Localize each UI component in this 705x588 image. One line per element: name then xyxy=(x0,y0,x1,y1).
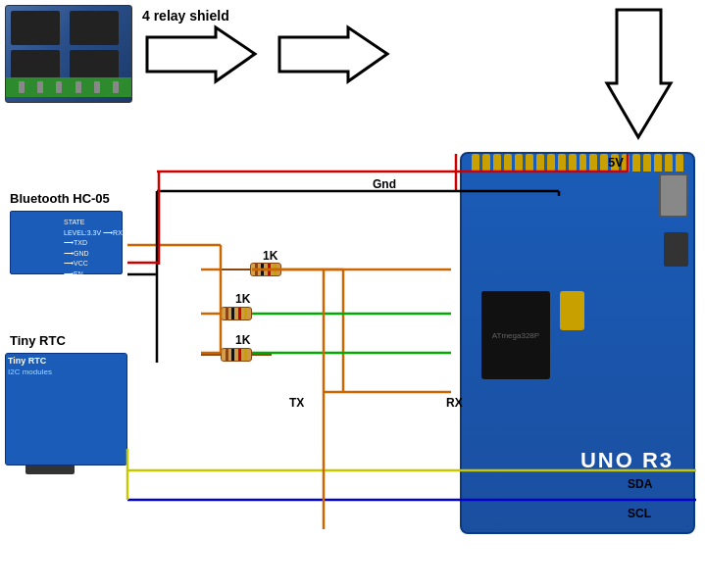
svg-marker-0 xyxy=(147,27,255,81)
relay-shield-image xyxy=(5,5,132,103)
bluetooth-label: Bluetooth HC-05 xyxy=(10,191,110,206)
gnd-label: Gnd xyxy=(373,177,396,191)
main-container: 4 relay shield xyxy=(0,0,705,588)
arrow-right-1 xyxy=(147,27,255,81)
resistor-1k-3 xyxy=(201,348,272,362)
relay-pin xyxy=(76,81,81,93)
svg-marker-2 xyxy=(607,10,671,137)
resistor-1k-2-label: 1K xyxy=(235,292,250,306)
relay-pin xyxy=(19,81,25,93)
tiny-rtc-i2c-text: I2C modules xyxy=(8,368,52,376)
arduino-crystal xyxy=(560,291,584,330)
resistor-1k-3-label: 1K xyxy=(235,333,250,347)
arduino-board: ATmega328P UNO R3 xyxy=(460,152,695,534)
relay-pin xyxy=(56,81,62,93)
arrow-right-2 xyxy=(279,27,387,81)
arrow-down xyxy=(607,10,671,137)
relay-pin xyxy=(37,81,43,93)
bluetooth-text: STATE LEVEL:3.3V ⟶RXD ⟶TXD ⟶GND ⟶VCC ⟶EN xyxy=(64,218,127,279)
svg-text:TX: TX xyxy=(289,396,304,410)
resistor-1k-1-label: 1K xyxy=(263,249,277,263)
relay-shield-label: 4 relay shield xyxy=(142,8,229,24)
arduino-power-jack xyxy=(664,232,688,267)
svg-marker-1 xyxy=(279,27,387,81)
tiny-rtc-text: Tiny RTC xyxy=(8,356,46,366)
relay-terminal-strip xyxy=(6,77,131,97)
tiny-rtc-label: Tiny RTC xyxy=(10,333,66,348)
arduino-main-chip: ATmega328P xyxy=(481,291,550,379)
bluetooth-model: ZS-040 xyxy=(12,284,37,293)
arduino-usb-port xyxy=(659,173,688,218)
relay-pin xyxy=(113,81,119,93)
resistor-1k-2 xyxy=(201,307,272,320)
arduino-digital-pins xyxy=(472,154,683,172)
relay-pin xyxy=(94,81,100,93)
resistor-1k-1 xyxy=(221,263,311,276)
arduino-uno-label: UNO R3 xyxy=(580,448,674,473)
